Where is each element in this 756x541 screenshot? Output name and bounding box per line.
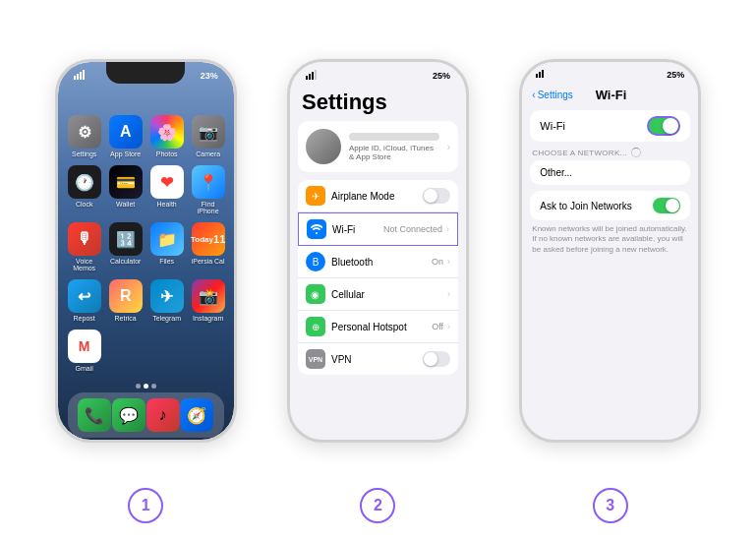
wallet-label: Wallet <box>116 201 135 208</box>
hotspot-label: Personal Hotspot <box>331 322 432 332</box>
battery2-text: 25% <box>433 71 450 81</box>
profile-chevron: › <box>447 142 450 152</box>
vpn-icon: VPN <box>306 349 325 369</box>
wifi-page-title: Wi-Fi <box>573 88 650 102</box>
chevron-left-icon: ‹ <box>532 90 535 100</box>
phone1-screen: 23% ⚙ Settings A App Store 🌸 Photos <box>58 62 234 440</box>
app-camera[interactable]: 📷 Camera <box>192 115 225 157</box>
wifi-label: Wi-Fi <box>332 224 383 235</box>
battery3-text: 25% <box>667 70 684 80</box>
vpn-label: VPN <box>331 354 423 365</box>
wifi-toggle-label: Wi-Fi <box>540 120 565 132</box>
wifi-chevron: › <box>446 224 449 234</box>
phone2: 25% Settings Apple ID, iCloud, iTunes & … <box>287 59 469 443</box>
repost-label: Repost <box>74 315 95 322</box>
bluetooth-icon: B <box>306 252 325 271</box>
health-icon: ❤ <box>150 165 184 199</box>
airplane-row[interactable]: ✈ Airplane Mode <box>298 180 458 212</box>
airplane-label: Airplane Mode <box>331 191 423 202</box>
settings-app-label: Settings <box>72 150 96 157</box>
app-appstore[interactable]: A App Store <box>109 115 143 157</box>
dock-messages[interactable]: 💬 <box>112 398 145 432</box>
vpn-row[interactable]: VPN VPN <box>298 343 458 375</box>
ask-join-description: Known networks will be joined automatica… <box>530 224 690 255</box>
choose-section: CHOOSE A NETWORK... Other... <box>530 148 690 185</box>
app-wallet[interactable]: 💳 Wallet <box>109 165 143 214</box>
app-instagram[interactable]: 📸 Instagram <box>192 279 225 322</box>
bluetooth-label: Bluetooth <box>331 257 432 268</box>
ask-join-row[interactable]: Ask to Join Networks <box>530 191 690 220</box>
phone3: 25% ‹ Settings Wi-Fi Wi-Fi <box>519 59 701 443</box>
instagram-label: Instagram <box>193 315 223 322</box>
ask-join-toggle[interactable] <box>653 198 680 213</box>
scene: 23% ⚙ Settings A App Store 🌸 Photos <box>0 0 756 541</box>
airplane-toggle[interactable] <box>423 188 450 204</box>
calculator-label: Calculator <box>110 258 142 265</box>
dock-safari[interactable]: 🧭 <box>180 398 213 432</box>
cellular-icon: ◉ <box>306 284 325 304</box>
appstore-label: App Store <box>110 150 141 157</box>
gmail-icon: M <box>68 330 101 363</box>
wifi-nav: ‹ Settings Wi-Fi <box>522 82 698 106</box>
bluetooth-detail: On <box>432 257 443 267</box>
network-other[interactable]: Other... <box>530 160 690 185</box>
app-calculator[interactable]: 🔢 Calculator <box>109 222 143 271</box>
signal2-icon <box>306 70 317 82</box>
back-button[interactable]: ‹ Settings <box>532 90 572 100</box>
app-clock[interactable]: 🕐 Clock <box>68 165 101 214</box>
settings-list: ✈ Airplane Mode Wi-Fi Not Connected <box>298 180 458 375</box>
wifi-toggle-switch[interactable] <box>647 116 680 136</box>
app-findphone[interactable]: 📍 Find iPhone <box>192 165 225 214</box>
app-repost[interactable]: ↩ Repost <box>68 279 101 322</box>
retrica-icon: R <box>109 279 143 313</box>
hotspot-row[interactable]: ⊕ Personal Hotspot Off › <box>298 311 458 343</box>
bluetooth-row[interactable]: B Bluetooth On › <box>298 246 458 278</box>
statusbar2: 25% <box>290 62 466 84</box>
clock-icon: 🕐 <box>68 165 101 199</box>
wifi-row[interactable]: Wi-Fi Not Connected › <box>298 212 458 246</box>
profile-sub: Apple ID, iCloud, iTunes & App Store <box>349 144 439 161</box>
app-files[interactable]: 📁 Files <box>150 222 184 271</box>
retrica-label: Retrica <box>115 315 137 322</box>
profile-section[interactable]: Apple ID, iCloud, iTunes & App Store › <box>298 121 458 172</box>
vpn-toggle[interactable] <box>423 351 450 367</box>
choose-label: CHOOSE A NETWORK... <box>530 148 690 160</box>
airplane-icon: ✈ <box>306 186 325 206</box>
files-label: Files <box>159 258 174 265</box>
app-gmail[interactable]: M Gmail <box>68 330 101 372</box>
app-photos[interactable]: 🌸 Photos <box>150 115 184 157</box>
profile-name <box>349 133 439 141</box>
app-voicememo[interactable]: 🎙 Voice Memos <box>68 222 101 271</box>
signal3-icon <box>536 70 544 80</box>
camera-label: Camera <box>196 150 220 157</box>
bluetooth-chevron: › <box>447 257 450 267</box>
step1-number: 1 <box>128 488 163 523</box>
dock: 📞 💬 ♪ 🧭 <box>68 392 224 438</box>
phone3-screen: 25% ‹ Settings Wi-Fi Wi-Fi <box>522 62 698 440</box>
ask-join-label: Ask to Join Networks <box>540 201 631 211</box>
app-health[interactable]: ❤ Health <box>150 165 184 214</box>
phone2-screen: 25% Settings Apple ID, iCloud, iTunes & … <box>290 62 466 440</box>
network-list: Other... <box>530 160 690 185</box>
choose-text: CHOOSE A NETWORK... <box>532 149 627 157</box>
dock-music[interactable]: ♪ <box>146 398 180 432</box>
voicememo-label: Voice Memos <box>68 258 101 271</box>
telegram-icon: ✈ <box>150 279 184 313</box>
dock-phone[interactable]: 📞 <box>78 398 111 432</box>
instagram-icon: 📸 <box>192 279 225 313</box>
app-telegram[interactable]: ✈ Telegram <box>150 279 184 322</box>
repost-icon: ↩ <box>68 279 101 313</box>
wifi-toggle-row[interactable]: Wi-Fi <box>530 110 690 142</box>
app-retrica[interactable]: R Retrica <box>109 279 143 322</box>
hotspot-icon: ⊕ <box>306 317 325 336</box>
app-ipersiacal[interactable]: Today11 iPersia Cal <box>192 222 225 271</box>
cellular-chevron: › <box>447 289 450 299</box>
voicememo-icon: 🎙 <box>68 222 101 256</box>
files-icon: 📁 <box>150 222 184 256</box>
photos-icon: 🌸 <box>150 115 184 149</box>
cellular-row[interactable]: ◉ Cellular › <box>298 278 458 311</box>
profile-avatar <box>306 129 341 164</box>
app-settings[interactable]: ⚙ Settings <box>68 115 101 157</box>
profile-info: Apple ID, iCloud, iTunes & App Store <box>349 133 439 161</box>
step2-number: 2 <box>360 488 395 523</box>
